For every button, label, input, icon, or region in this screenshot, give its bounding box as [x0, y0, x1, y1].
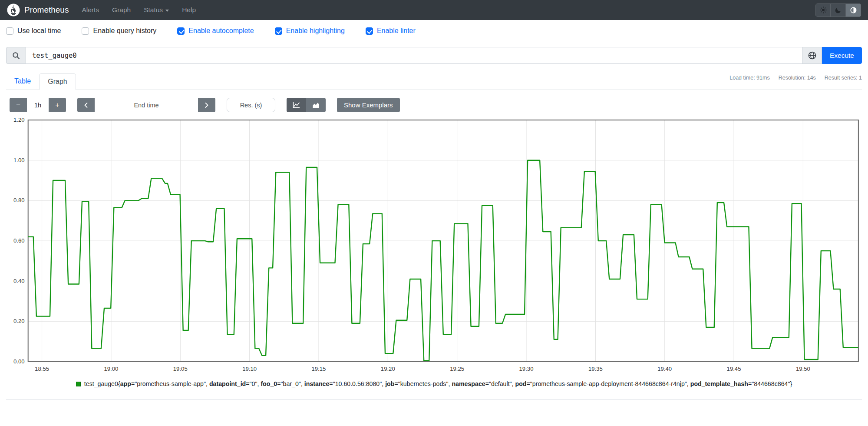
range-decrease-button[interactable]: −	[10, 98, 27, 112]
svg-text:0.60: 0.60	[13, 237, 25, 244]
time-back-button[interactable]	[77, 98, 95, 112]
graph-canvas[interactable]: 0.000.200.400.600.801.001.2018:5519:0019…	[6, 116, 862, 374]
series-label: test_gauge0{app="prometheus-sample-app",…	[84, 380, 792, 387]
search-addon	[6, 47, 26, 64]
svg-text:19:00: 19:00	[104, 366, 118, 372]
tab-table[interactable]: Table	[6, 73, 39, 90]
checkbox-checked-icon	[275, 27, 282, 35]
chart-container: 0.000.200.400.600.801.001.2018:5519:0019…	[6, 116, 862, 374]
search-icon	[12, 52, 20, 60]
theme-toggle-group	[815, 3, 861, 17]
svg-text:1.00: 1.00	[13, 157, 25, 163]
time-forward-button[interactable]	[198, 98, 215, 112]
graph-controls: − +	[10, 98, 858, 112]
svg-text:19:50: 19:50	[796, 366, 810, 372]
nav-link-status[interactable]: Status	[144, 6, 169, 14]
result-series-stat: Result series: 1	[825, 75, 862, 90]
theme-dark-button[interactable]	[831, 3, 846, 17]
svg-text:19:15: 19:15	[311, 366, 326, 372]
svg-text:19:40: 19:40	[657, 366, 672, 372]
query-bar: Execute	[6, 47, 862, 64]
svg-text:19:35: 19:35	[588, 366, 603, 372]
svg-text:19:20: 19:20	[381, 366, 395, 372]
svg-text:1.20: 1.20	[13, 116, 25, 123]
chevron-down-icon	[165, 10, 169, 12]
checkbox-icon	[6, 27, 13, 35]
series-swatch-icon	[76, 382, 81, 386]
svg-text:19:05: 19:05	[173, 366, 188, 372]
option-enable-highlighting[interactable]: Enable highlighting	[275, 27, 345, 35]
chevron-left-icon	[83, 102, 89, 108]
nav-link-alerts[interactable]: Alerts	[82, 6, 99, 14]
nav-links: Alerts Graph Status Help	[82, 6, 196, 14]
globe-icon	[808, 51, 816, 60]
chart-type-group	[287, 98, 326, 112]
options-row: Use local time Enable query history Enab…	[0, 20, 868, 41]
tabbar: Table Graph Load time: 91ms Resolution: …	[6, 73, 862, 90]
option-use-local-time[interactable]: Use local time	[6, 27, 61, 35]
range-increase-button[interactable]: +	[49, 98, 66, 112]
navbar: Prometheus Alerts Graph Status Help	[0, 0, 868, 20]
circle-half-icon	[850, 7, 857, 13]
resolution-input[interactable]	[227, 98, 275, 112]
query-panel: Table Graph Load time: 91ms Resolution: …	[6, 73, 862, 400]
nav-link-help[interactable]: Help	[182, 6, 196, 14]
stacked-chart-icon	[312, 102, 320, 108]
svg-text:0.40: 0.40	[13, 278, 25, 284]
svg-text:18:55: 18:55	[35, 366, 49, 372]
line-chart-icon	[293, 102, 300, 108]
end-time-input[interactable]	[95, 98, 198, 112]
endtime-group	[77, 98, 215, 112]
range-group: − +	[10, 98, 66, 112]
nav-link-graph[interactable]: Graph	[112, 6, 131, 14]
svg-text:0.00: 0.00	[13, 358, 25, 365]
moon-icon	[835, 7, 842, 13]
chevron-right-icon	[204, 102, 209, 108]
metrics-explorer-button[interactable]	[802, 47, 822, 64]
svg-text:19:25: 19:25	[450, 366, 464, 372]
option-enable-linter[interactable]: Enable linter	[366, 27, 416, 35]
show-exemplars-button[interactable]: Show Exemplars	[337, 98, 400, 112]
svg-text:19:45: 19:45	[727, 366, 741, 372]
tab-graph[interactable]: Graph	[39, 73, 76, 90]
svg-text:0.20: 0.20	[13, 318, 25, 324]
range-input[interactable]	[27, 98, 49, 112]
line-chart-toggle[interactable]	[287, 98, 306, 112]
sun-icon	[820, 7, 827, 13]
svg-text:19:10: 19:10	[242, 366, 257, 372]
checkbox-checked-icon	[177, 27, 185, 35]
option-enable-autocomplete[interactable]: Enable autocomplete	[177, 27, 254, 35]
load-time-stat: Load time: 91ms	[729, 75, 769, 90]
theme-auto-button[interactable]	[846, 3, 861, 17]
brand-link[interactable]: Prometheus	[7, 3, 69, 17]
query-stats: Load time: 91ms Resolution: 14s Result s…	[729, 73, 862, 90]
legend-item[interactable]: test_gauge0{app="prometheus-sample-app",…	[19, 380, 849, 387]
checkbox-checked-icon	[366, 27, 373, 35]
theme-light-button[interactable]	[815, 3, 831, 17]
prometheus-logo-icon	[7, 3, 20, 17]
svg-text:19:30: 19:30	[519, 366, 534, 372]
resolution-stat: Resolution: 14s	[779, 75, 816, 90]
stacked-chart-toggle[interactable]	[306, 98, 326, 112]
brand-label: Prometheus	[24, 5, 69, 15]
checkbox-icon	[82, 27, 89, 35]
query-input[interactable]	[26, 47, 802, 64]
svg-text:0.80: 0.80	[13, 197, 25, 203]
option-enable-query-history[interactable]: Enable query history	[82, 27, 156, 35]
execute-button[interactable]: Execute	[822, 47, 862, 64]
